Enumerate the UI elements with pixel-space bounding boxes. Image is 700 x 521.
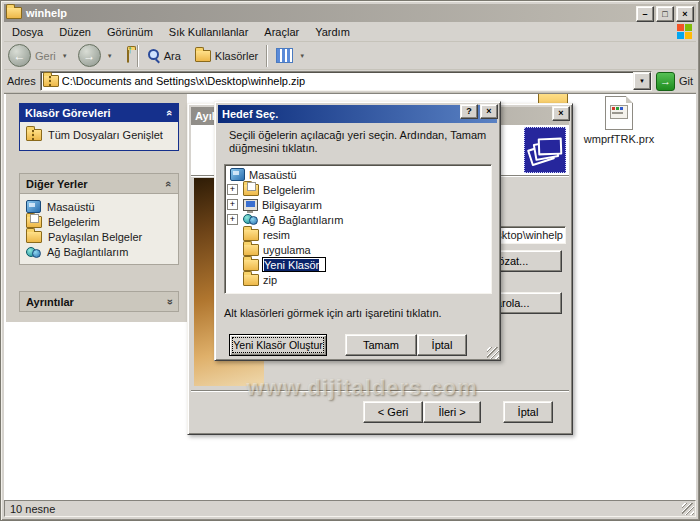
place-label: Paylaşılan Belgeler bbox=[48, 231, 142, 243]
wizard-back-button[interactable]: < Geri bbox=[363, 401, 423, 423]
tree-item-zip[interactable]: zip bbox=[225, 272, 491, 287]
folders-icon[interactable] bbox=[195, 50, 211, 62]
address-dropdown-icon[interactable]: ▼ bbox=[633, 72, 651, 90]
chevron-down-icon[interactable]: « bbox=[163, 298, 175, 304]
window-titlebar[interactable]: winhelp – □ × bbox=[4, 4, 696, 22]
file-item[interactable]: wmprfTRK.prx bbox=[576, 96, 662, 145]
tree-label: Ağ Bağlantılarım bbox=[262, 214, 343, 226]
place-belgelerim[interactable]: Belgelerim bbox=[20, 214, 178, 229]
forward-icon[interactable]: → bbox=[78, 44, 101, 67]
ok-button[interactable]: Tamam bbox=[345, 334, 417, 356]
explorer-window: winhelp – □ × Dosya Düzen Görünüm Sık Ku… bbox=[0, 0, 700, 521]
folder-tasks-body: Tüm Dosyaları Genişlet bbox=[19, 122, 179, 151]
folder-tasks-panel: Klasör Görevleri « Tüm Dosyaları Genişle… bbox=[19, 103, 179, 151]
selected-text: Yeni Klasör bbox=[264, 259, 319, 271]
tree-item-belgelerim[interactable]: + Belgelerim bbox=[225, 182, 491, 197]
window-resize-grip[interactable] bbox=[682, 503, 694, 515]
dialog-hint: Alt klasörleri görmek için artı işaretin… bbox=[224, 307, 442, 319]
back-label[interactable]: Geri bbox=[35, 50, 56, 62]
content-area: Klasör Görevleri « Tüm Dosyaları Genişle… bbox=[4, 93, 696, 501]
wizard-cancel-button[interactable]: İptal bbox=[503, 401, 553, 423]
dialog-resize-grip[interactable] bbox=[487, 347, 499, 359]
wizard-close-icon[interactable]: × bbox=[552, 106, 570, 121]
my-documents-icon bbox=[26, 216, 42, 228]
expand-plus-icon[interactable]: + bbox=[227, 184, 238, 195]
go-label[interactable]: Git bbox=[679, 75, 693, 87]
menu-gorunum[interactable]: Görünüm bbox=[99, 24, 161, 40]
tree-item-yeni-klasor[interactable]: Yeni Klasör bbox=[225, 257, 491, 272]
back-dropdown-icon[interactable]: ▼ bbox=[62, 53, 68, 59]
details-header[interactable]: Ayrıntılar « bbox=[19, 291, 179, 312]
extract-all-label: Tüm Dosyaları Genişlet bbox=[48, 129, 163, 141]
place-paylasilan-belgeler[interactable]: Paylaşılan Belgeler bbox=[20, 229, 178, 244]
shared-folder-icon bbox=[26, 231, 42, 243]
desktop-icon bbox=[26, 200, 41, 213]
back-icon[interactable]: ← bbox=[8, 44, 31, 67]
chevron-up-icon[interactable]: « bbox=[164, 109, 176, 115]
folders-label[interactable]: Klasörler bbox=[215, 50, 258, 62]
folders-graphic-icon bbox=[524, 127, 566, 173]
go-icon[interactable]: → bbox=[656, 72, 675, 91]
toolbar-separator bbox=[266, 45, 268, 67]
tree-label: zip bbox=[263, 274, 277, 286]
chevron-up-icon[interactable]: « bbox=[163, 180, 175, 186]
dialog-cancel-button[interactable]: İptal bbox=[417, 334, 467, 356]
my-documents-icon bbox=[243, 184, 259, 196]
details-panel: Ayrıntılar « bbox=[19, 291, 179, 312]
other-places-header[interactable]: Diğer Yerler « bbox=[19, 173, 179, 194]
tree-item-resim[interactable]: resim bbox=[225, 227, 491, 242]
folder-name-edit[interactable]: Yeni Klasör bbox=[262, 257, 326, 272]
tree-label: Bilgisayarım bbox=[262, 199, 322, 211]
zip-folder-icon bbox=[26, 129, 42, 141]
folder-icon bbox=[243, 244, 259, 256]
maximize-button[interactable]: □ bbox=[656, 6, 674, 22]
address-input[interactable] bbox=[62, 74, 630, 88]
forward-dropdown-icon[interactable]: ▼ bbox=[107, 53, 113, 59]
prx-file-icon bbox=[605, 96, 633, 130]
new-folder-button[interactable]: Yeni Klasör Oluştur bbox=[229, 334, 327, 356]
up-arrow-icon: ↑ bbox=[127, 43, 133, 55]
folder-icon bbox=[243, 229, 259, 241]
place-ag-baglantilarim[interactable]: Ağ Bağlantılarım bbox=[20, 244, 178, 259]
folder-tasks-header[interactable]: Klasör Görevleri « bbox=[19, 103, 179, 122]
place-label: Masaüstü bbox=[47, 201, 95, 213]
place-label: Belgelerim bbox=[48, 216, 100, 228]
tree-item-masaustu[interactable]: Masaüstü bbox=[225, 167, 491, 182]
close-button[interactable]: × bbox=[676, 6, 694, 22]
status-text: 10 nesne bbox=[10, 503, 55, 515]
expand-plus-icon[interactable]: + bbox=[227, 199, 238, 210]
minimize-button[interactable]: – bbox=[636, 6, 654, 22]
address-bar: Adres ▼ → Git bbox=[4, 70, 696, 93]
views-icon[interactable] bbox=[276, 48, 293, 63]
search-icon[interactable] bbox=[147, 49, 160, 62]
place-label: Ağ Bağlantılarım bbox=[47, 246, 128, 258]
status-bar: 10 nesne bbox=[4, 500, 696, 517]
menu-sik-kullanilanlar[interactable]: Sık Kullanılanlar bbox=[161, 24, 257, 40]
help-icon[interactable]: ? bbox=[460, 104, 478, 119]
menu-araclar[interactable]: Araçlar bbox=[256, 24, 307, 40]
menu-yardim[interactable]: Yardım bbox=[307, 24, 358, 40]
extract-all-task[interactable]: Tüm Dosyaları Genişlet bbox=[20, 122, 178, 142]
dialog-titlebar[interactable]: Hedef Seç. bbox=[218, 105, 497, 123]
up-folder-button[interactable]: ↑ bbox=[127, 50, 129, 62]
file-name: wmprfTRK.prx bbox=[576, 133, 662, 145]
folder-tree[interactable]: Masaüstü + Belgelerim + Bilgisayarım + A… bbox=[224, 164, 492, 294]
views-dropdown-icon[interactable]: ▼ bbox=[299, 53, 305, 59]
address-label: Adres bbox=[7, 75, 36, 87]
screenshot-stage: winhelp – □ × Dosya Düzen Görünüm Sık Ku… bbox=[0, 0, 700, 521]
address-combo[interactable]: ▼ bbox=[40, 71, 652, 91]
tree-item-ag-baglantilarim[interactable]: + Ağ Bağlantılarım bbox=[225, 212, 491, 227]
tree-item-uygulama[interactable]: uygulama bbox=[225, 242, 491, 257]
menu-duzen[interactable]: Düzen bbox=[51, 24, 99, 40]
place-masaustu[interactable]: Masaüstü bbox=[20, 198, 178, 214]
dialog-instruction: Seçili öğelerin açılacağı yeri seçin. Ar… bbox=[229, 129, 491, 155]
menu-dosya[interactable]: Dosya bbox=[4, 24, 51, 40]
menu-bar: Dosya Düzen Görünüm Sık Kullanılanlar Ar… bbox=[4, 23, 696, 42]
search-label[interactable]: Ara bbox=[164, 50, 181, 62]
tree-item-bilgisayarim[interactable]: + Bilgisayarım bbox=[225, 197, 491, 212]
wizard-next-button[interactable]: İleri > bbox=[423, 401, 481, 423]
expand-plus-icon[interactable]: + bbox=[227, 214, 238, 225]
dialog-close-icon[interactable]: × bbox=[480, 104, 498, 119]
tree-label: resim bbox=[263, 229, 290, 241]
tree-label: uygulama bbox=[263, 244, 311, 256]
